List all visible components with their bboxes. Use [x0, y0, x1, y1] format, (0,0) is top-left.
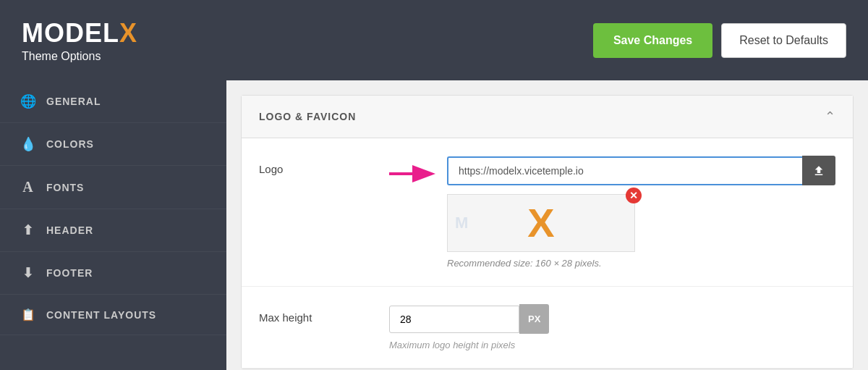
content-area: LOGO & FAVICON ⌃ Logo: [226, 80, 868, 370]
panel-header[interactable]: LOGO & FAVICON ⌃: [242, 96, 853, 138]
chevron-up-icon: ⌃: [825, 109, 835, 125]
logo-accent-x: X: [119, 18, 137, 48]
logo-preview-x: X: [527, 203, 554, 243]
reset-defaults-button[interactable]: Reset to Defaults: [721, 23, 846, 58]
max-height-hint-text: Maximum logo height in pixels: [389, 340, 835, 350]
arrow-svg: [389, 163, 440, 185]
logo-url-row: [447, 156, 835, 185]
max-height-row: Max height PX Maximum logo height in pix…: [242, 287, 853, 369]
logo-preview-text: M: [455, 214, 468, 232]
sidebar-label-general: GENERAL: [46, 96, 101, 107]
sidebar-item-footer[interactable]: ⬇ FOOTER: [0, 252, 226, 295]
logo-preview-box: M X ✕: [447, 194, 635, 252]
footer-icon: ⬇: [20, 265, 36, 281]
upload-icon: [812, 164, 825, 177]
globe-icon: 🌐: [20, 93, 36, 109]
logo-upload-button[interactable]: [802, 156, 835, 185]
save-changes-button[interactable]: Save Changes: [593, 23, 712, 58]
sidebar: 🌐 GENERAL 💧 COLORS A FONTS ⬆ HEADER ⬇ FO…: [0, 80, 226, 370]
panel-title: LOGO & FAVICON: [259, 111, 356, 122]
sidebar-label-colors: COLORS: [46, 138, 94, 150]
logo-rec-size-text: Recommended size: 160 × 28 pixels.: [447, 258, 835, 269]
max-height-content: PX Maximum logo height in pixels: [389, 304, 835, 350]
drop-icon: 💧: [20, 136, 36, 152]
fonts-icon: A: [20, 179, 36, 195]
remove-logo-button[interactable]: ✕: [626, 188, 642, 203]
content-layouts-icon: 📋: [20, 308, 36, 321]
logo-label: Logo: [259, 156, 389, 175]
sidebar-item-header[interactable]: ⬆ HEADER: [0, 209, 226, 252]
sidebar-label-content-layouts: CONTENT LAYOUTS: [46, 309, 156, 321]
logo-favicon-panel: LOGO & FAVICON ⌃ Logo: [241, 95, 854, 369]
logo-preview-area: M X ✕: [447, 194, 835, 252]
sidebar-label-fonts: FONTS: [46, 182, 84, 193]
px-unit-label: PX: [519, 304, 549, 334]
sidebar-item-general[interactable]: 🌐 GENERAL: [0, 80, 226, 123]
logo-content: M X ✕ Recommended size: 160 × 28 pixels.: [389, 156, 835, 269]
header-actions: Save Changes Reset to Defaults: [593, 23, 846, 58]
app-logo-text: MODELX: [22, 18, 137, 49]
max-height-input-wrap: PX: [389, 304, 835, 334]
header-icon: ⬆: [20, 222, 36, 238]
logo-url-input[interactable]: [447, 156, 802, 185]
main-layout: 🌐 GENERAL 💧 COLORS A FONTS ⬆ HEADER ⬇ FO…: [0, 80, 868, 370]
app-header: MODELX Theme Options Save Changes Reset …: [0, 0, 868, 80]
sidebar-label-footer: FOOTER: [46, 267, 93, 279]
sidebar-item-fonts[interactable]: A FONTS: [0, 166, 226, 209]
max-height-label: Max height: [259, 304, 389, 324]
logo-row: Logo: [242, 138, 853, 287]
sidebar-item-colors[interactable]: 💧 COLORS: [0, 123, 226, 166]
sidebar-label-header: HEADER: [46, 224, 93, 236]
logo-input-area: M X ✕ Recommended size: 160 × 28 pixels.: [447, 156, 835, 269]
app-subtitle: Theme Options: [22, 50, 137, 63]
max-height-input[interactable]: [389, 306, 519, 333]
arrow-right-icon: [389, 163, 440, 185]
brand-logo: MODELX Theme Options: [22, 18, 137, 63]
sidebar-item-content-layouts[interactable]: 📋 CONTENT LAYOUTS: [0, 295, 226, 335]
